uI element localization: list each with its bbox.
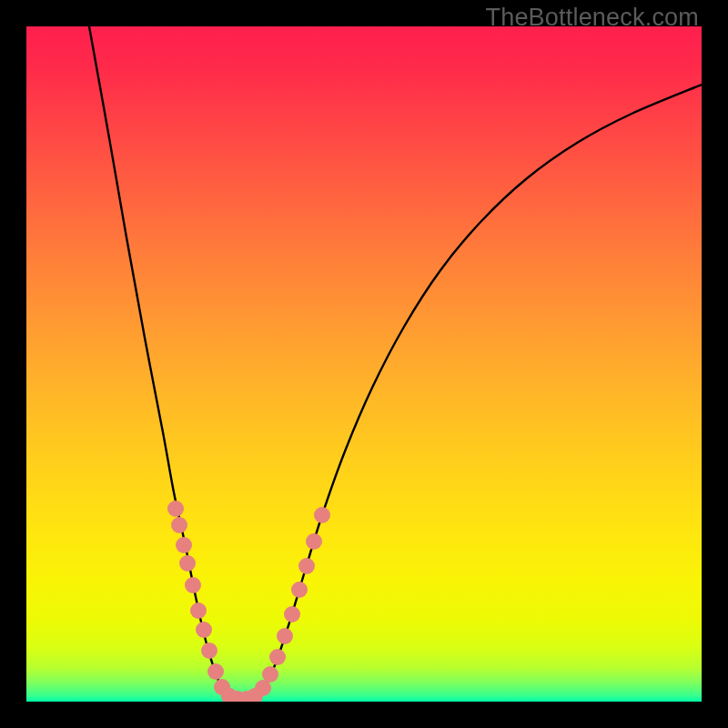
- data-point-dot: [314, 507, 330, 523]
- data-point-dot: [190, 602, 207, 619]
- data-point-dot: [269, 649, 286, 665]
- data-point-dot: [185, 577, 201, 593]
- data-point-dot: [196, 622, 212, 638]
- data-point-dot: [277, 628, 293, 644]
- chart-frame: TheBottleneck.com: [0, 0, 728, 728]
- plot-area: [26, 26, 702, 702]
- watermark-label: TheBottleneck.com: [485, 4, 699, 32]
- data-point-dot: [284, 606, 300, 622]
- data-point-dot: [207, 663, 224, 680]
- data-point-dot: [306, 533, 322, 550]
- data-point-dot: [171, 517, 187, 533]
- data-point-dot: [167, 500, 184, 517]
- data-point-dot: [176, 537, 192, 553]
- bottleneck-curve: [26, 26, 702, 702]
- data-point-dot: [262, 666, 278, 682]
- data-point-dot: [298, 558, 315, 574]
- data-point-dot: [179, 555, 196, 571]
- data-point-dot: [201, 642, 217, 659]
- data-point-dot: [291, 581, 308, 598]
